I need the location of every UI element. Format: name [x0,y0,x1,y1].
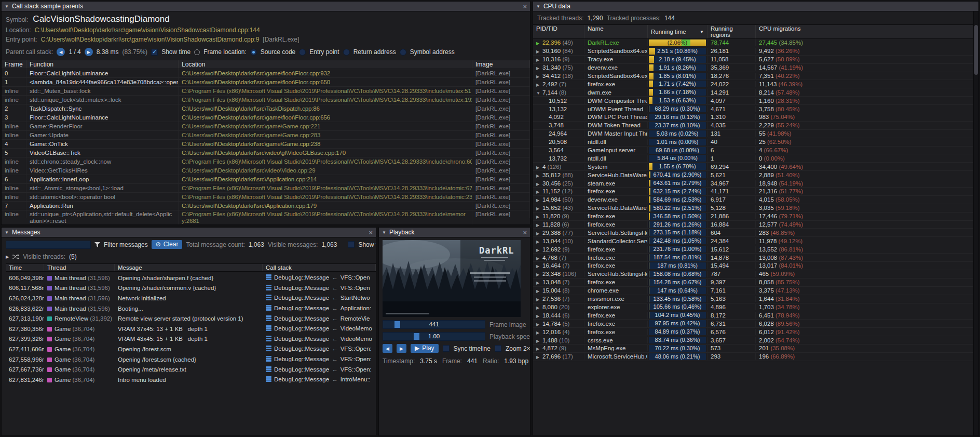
cpu-row[interactable]: ▼7,144 (8)dwm.exe1.66 s (7.18%)14,2918,2… [533,88,973,97]
cpu-row[interactable]: ▶18,444 (6)firefox.exe104.2 ms (0.45%)8,… [533,311,973,320]
cpu-row[interactable]: ▶35,812 (88)ServiceHub.DataWarehou670.41… [533,171,973,179]
cpu-row[interactable]: 13,732ntdll.dll5.84 us (0.00%)10 (0.00%) [533,154,973,163]
sync-timeline-checkbox[interactable]: ✓ [443,345,450,352]
callstack-row[interactable]: inlineGame::RenderFloorC:\Users\wolf\Des… [2,122,530,131]
expand-arrow-icon[interactable]: ▶ [536,190,542,194]
cpu-row[interactable]: ▶27,696 (17)Microsoft.ServiceHub.Co48.06… [533,353,973,361]
callstack-row[interactable]: inlinestd::atomic<bool>::operator boolC:… [2,193,530,202]
cpu-row[interactable]: ▶11,820 (9)firefox.exe346.58 ms (1.50%)2… [533,213,973,221]
radio-entry-point[interactable] [299,49,306,56]
collapse-icon[interactable]: ▼ [5,4,9,9]
expand-arrow-icon[interactable]: ▶ [536,264,542,269]
expand-arrow-icon[interactable]: ▶ [536,66,542,71]
callstack-cell[interactable]: DebugLog::Message←VFS::Open [263,285,376,292]
callstack-frames-icon[interactable] [266,346,271,352]
next-parent-button[interactable]: ▶ [85,48,93,56]
message-row[interactable]: 627,399,326nsGame (36,704)VRAM 43x45: 15… [6,334,376,345]
expand-arrow-icon[interactable]: ▶ [536,74,542,79]
callstack-frames-icon[interactable] [266,366,271,373]
cpu-row[interactable]: ▶31,340 (75)devenv.exe1.91 s (8.26%)35,3… [533,64,973,72]
callstack-cell[interactable]: DebugLog::Message←VFS::Open [263,274,376,281]
expand-arrow-icon[interactable]: ▶ [536,347,542,351]
message-row[interactable]: 626,024,328nsMain thread (31,596)Network… [6,293,376,303]
clear-button[interactable]: ⊘ Clear [152,240,183,249]
expand-arrow-icon[interactable]: ▶ [536,223,542,228]
cpu-row[interactable]: ▶30,456 (25)steam.exe643.61 ms (2.79%)34… [533,179,973,188]
expand-arrow-icon[interactable]: ▶ [536,49,542,54]
col-function[interactable]: Function [26,60,179,69]
cpu-row[interactable]: 4,092DWM LPC Port Thread29.16 ms (0.13%)… [533,113,973,122]
callstack-frames-icon[interactable] [266,356,271,363]
col-location[interactable]: Location [179,60,472,69]
cpu-row[interactable]: ▶8,080 (20)explorer.exe105.66 ms (0.46%)… [533,303,973,312]
callstack-frames-icon[interactable] [266,295,271,301]
col-pid-tid[interactable]: PID/TID [533,25,584,38]
expand-arrow-icon[interactable]: ▶ [536,306,542,310]
cpu-row[interactable]: ▶11,152 (12)firefox.exe632.15 ms (2.74%)… [533,188,973,196]
cpu-row[interactable]: ▶1,488 (10)csrss.exe83.74 ms (0.36%)3,65… [533,336,973,345]
expand-arrow-icon[interactable]: ▶ [536,272,542,277]
callstack-row[interactable]: 1<lambda_84a19dc444fae966ca174e83e708bdc… [2,78,530,87]
step-back-button[interactable]: ◀ [383,344,392,353]
callstack-cell[interactable]: DebugLog::Message←VideoMemo [263,336,376,342]
callstack-row[interactable]: inlineGame::UpdateC:\Users\wolf\Desktop\… [2,131,530,140]
prev-parent-button[interactable]: ◀ [57,48,65,56]
expand-arrow-icon[interactable]: ▶ [536,165,542,170]
radio-source-code[interactable] [250,49,257,56]
step-forward-button[interactable]: ▶ [397,344,406,353]
callstack-cell[interactable]: DebugLog::Message←Application: [263,305,376,312]
expand-arrow-icon[interactable]: ▶ [536,289,542,294]
cpu-row[interactable]: 3,748DWM Token Thread23.37 ms (0.10%)4,0… [533,122,973,130]
message-row[interactable]: 627,411,606nsGame (36,704)Opening /fores… [6,344,376,354]
expand-arrow-icon[interactable]: ▶ [536,297,542,302]
message-row[interactable]: 606,117,568nsMain thread (31,596)Opening… [6,283,376,294]
radio-symbol-address[interactable] [400,49,406,56]
callstack-row[interactable]: inlinestd::_Atomic_storage<bool,1>::load… [2,184,530,193]
col-name[interactable]: Name [584,25,648,38]
callstack-row[interactable]: 6Application::InnerLoopC:\Users\wolf\Des… [2,175,530,184]
collapse-icon[interactable]: ▼ [382,230,386,235]
frame-image-slider[interactable]: 441 [383,320,485,329]
callstack-cell[interactable]: DebugLog::Message←VideoMemo [263,325,376,332]
expand-arrow-icon[interactable]: ▶ [536,256,542,261]
cpu-row[interactable]: ▶22,396 (49)DarkRL.exe(2.06%)78,74427,44… [533,39,973,47]
cpu-row[interactable]: 24,964DWM Master Input Thread5.03 ms (0.… [533,130,973,138]
message-row[interactable]: 627,313,190nsRemoteView (31,392)Remote v… [6,313,376,324]
play-button[interactable]: ▶ Play [411,344,439,353]
expand-arrow-icon[interactable]: ▶ [536,215,542,219]
expand-arrow-icon[interactable]: ▶ [536,198,542,203]
cpu-row[interactable]: ▶2,492 (7)firefox.exe1.71 s (7.42%)24,02… [533,80,973,88]
cpu-row[interactable]: ▶10,316 (9)Tracy.exe2.18 s (9.45%)11,058… [533,56,973,64]
message-row[interactable]: 627,831,246nsGame (36,704)Intro menu loa… [6,375,376,385]
callstack-frames-icon[interactable] [266,336,271,342]
cpu-row[interactable]: 10,512DWM Compositor Thread1.53 s (6.63%… [533,97,973,105]
col-cpu-migrations[interactable]: CPU migrations [756,25,973,38]
filter-input[interactable] [6,241,91,249]
callstack-cell[interactable]: DebugLog::Message←IntroMenu:: [263,376,376,383]
expand-arrow-icon[interactable]: ▶ [536,355,542,360]
col-time[interactable]: Time [6,264,44,271]
playback-speed-slider[interactable]: 1.00 [383,332,485,341]
cpu-row[interactable]: ▶12,016 (4)firefox.exe84.89 ms (0.37%)6,… [533,328,973,336]
callstack-row[interactable]: 3Floor::CalcLightNoLuminanceC:\Users\wol… [2,113,530,122]
callstack-cell[interactable]: DebugLog::Message←RemoteVie [263,315,376,322]
expand-arrow-icon[interactable]: ▶ [536,281,542,285]
callstack-row[interactable]: inlinestd::chrono::steady_clock::nowC:\P… [2,157,530,166]
close-icon[interactable]: × [523,229,527,236]
callstack-frames-icon[interactable] [266,274,271,281]
callstack-frames-icon[interactable] [266,325,271,332]
callstack-frames-icon[interactable] [266,376,271,383]
callstack-row[interactable]: 5VideoGLBase::TickC:\Users\wolf\Desktop\… [2,149,530,157]
expand-arrow-icon[interactable]: ▶ [536,248,542,253]
threads-expand-icon[interactable]: ▶ [6,255,9,259]
expand-arrow-icon[interactable]: ▶ [536,206,542,211]
message-row[interactable]: 606,049,398nsMain thread (31,596)Opening… [6,273,376,283]
callstack-row[interactable]: inlinestd::unique_ptr<Application,std::d… [2,210,530,224]
cpu-row[interactable]: ▶11,828 (6)firefox.exe291.26 ms (1.26%)1… [533,221,973,229]
callstack-row[interactable]: 7Application::RunC:\Users\wolf\Desktop\d… [2,202,530,210]
col-frame[interactable]: Frame [2,60,26,69]
callstack-row[interactable]: 4Game::OnTickC:\Users\wolf\Desktop\darkr… [2,140,530,149]
expand-arrow-icon[interactable]: ▶ [536,339,542,343]
callstack-row[interactable]: 0Floor::CalcLightNoLuminanceC:\Users\wol… [2,69,530,78]
col-running-time[interactable]: Running time ▼ [648,25,707,38]
